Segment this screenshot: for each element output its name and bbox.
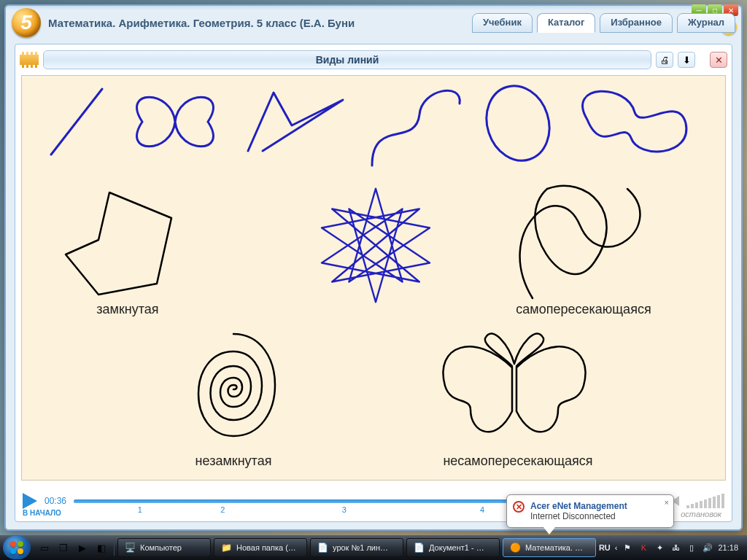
quick-launch: ▭ ❐ ▶ ◧ xyxy=(32,540,115,556)
timeline-tick: 2 xyxy=(220,505,225,514)
task-item[interactable]: 🟠Математика. … xyxy=(503,538,596,557)
nav-tabs: Учебник Каталог Избранное Журнал xyxy=(472,13,735,33)
print-button[interactable]: 🖨 xyxy=(656,52,673,68)
quick-launch-icon[interactable]: ◧ xyxy=(93,540,109,556)
app-logo-icon: 5 xyxy=(12,8,41,37)
svg-point-3 xyxy=(18,541,23,547)
system-tray: RU ‹ ⚑ K ✦ 🖧 ▯ 🔊 21:18 xyxy=(599,542,744,553)
clock[interactable]: 21:18 xyxy=(718,543,738,552)
app-icon: 🟠 xyxy=(509,542,521,553)
show-desktop-icon[interactable]: ▭ xyxy=(36,540,53,556)
task-item[interactable]: 📁Новая папка (… xyxy=(214,538,307,557)
lesson-title: Виды линий xyxy=(43,50,651,69)
tab-journal[interactable]: Журнал xyxy=(677,13,735,33)
computer-icon: 🖥️ xyxy=(124,542,136,553)
download-button[interactable]: ⬇ xyxy=(678,52,695,68)
open-label: незамкнутая xyxy=(179,454,288,469)
switch-windows-icon[interactable]: ❐ xyxy=(55,540,71,556)
network-icon[interactable]: 🖧 xyxy=(670,542,681,553)
tray-icon[interactable]: ✦ xyxy=(654,542,665,553)
network-notification: ✕ × Acer eNet Management Internet Discon… xyxy=(506,494,674,528)
task-item[interactable]: 🖥️Компьютер xyxy=(117,538,211,557)
titlebar: 5 Математика. Арифметика. Геометрия. 5 к… xyxy=(6,6,741,39)
closed-polygon-shape xyxy=(58,185,190,302)
media-player-icon[interactable]: ▶ xyxy=(74,540,90,556)
lesson-canvas: замкнутая самопересекающаяся незамкнутая… xyxy=(21,75,726,481)
timeline-tick: 1 xyxy=(138,505,142,514)
tray-chevron-icon[interactable]: ‹ xyxy=(615,543,618,552)
volume-slider[interactable] xyxy=(686,494,724,508)
word-doc-icon: 📄 xyxy=(413,542,425,553)
lesson-toolbar: Виды линий 🖨 ⬇ ✕ xyxy=(20,49,727,71)
svg-marker-1 xyxy=(322,189,430,303)
bean-shape xyxy=(569,87,693,160)
app-title: Математика. Арифметика. Геометрия. 5 кла… xyxy=(48,17,355,29)
app-window: ─ □ ✕ ? 5 Математика. Арифметика. Геомет… xyxy=(4,4,743,531)
content-frame: Виды линий 🖨 ⬇ ✕ замкнутая самопересе xyxy=(15,44,732,522)
self-intersecting-label: самопересекающаяся xyxy=(489,302,678,317)
s-curve-shape xyxy=(365,82,467,169)
stops-hint: остановок xyxy=(681,510,721,518)
notification-title: Acer eNet Management xyxy=(530,501,657,511)
line-segment-shape xyxy=(36,82,117,162)
task-item[interactable]: 📄урок №1 лин… xyxy=(310,538,403,557)
spiral-shape xyxy=(171,327,295,451)
lesson-close-button[interactable]: ✕ xyxy=(710,52,727,68)
figure-eight-shape xyxy=(120,82,230,162)
notification-close-button[interactable]: × xyxy=(665,498,669,507)
film-icon[interactable] xyxy=(20,52,39,68)
timeline-tick: 4 xyxy=(480,505,484,514)
battery-icon[interactable]: ▯ xyxy=(686,542,697,553)
start-button[interactable] xyxy=(3,536,31,559)
taskbar: ▭ ❐ ▶ ◧ 🖥️Компьютер 📁Новая папка (… 📄уро… xyxy=(0,535,747,560)
folder-icon: 📁 xyxy=(220,542,232,553)
svg-point-4 xyxy=(10,548,16,554)
non-self-intersecting-label: несамопересекающаяся xyxy=(416,454,620,469)
error-icon: ✕ xyxy=(513,501,525,513)
svg-point-5 xyxy=(18,548,23,554)
notification-body: Internet Disconnected xyxy=(530,511,657,521)
svg-point-2 xyxy=(10,541,16,547)
antivirus-icon[interactable]: K xyxy=(638,542,649,553)
tab-catalog[interactable]: Каталог xyxy=(537,13,595,33)
tab-favorites[interactable]: Избранное xyxy=(600,13,673,33)
task-item[interactable]: 📄Документ1 - … xyxy=(406,538,500,557)
closed-label: замкнутая xyxy=(80,302,175,317)
sound-icon[interactable]: 🔊 xyxy=(702,542,713,553)
butterfly-shape xyxy=(430,324,598,451)
play-button[interactable] xyxy=(23,493,37,509)
to-start-button[interactable]: В НАЧАЛО xyxy=(23,509,61,517)
tray-icon[interactable]: ⚑ xyxy=(622,542,633,553)
word-doc-icon: 📄 xyxy=(317,542,328,553)
svg-point-0 xyxy=(477,78,559,169)
language-indicator[interactable]: RU xyxy=(599,543,611,552)
tab-textbook[interactable]: Учебник xyxy=(472,13,533,33)
timeline-tick: 3 xyxy=(342,505,347,514)
elapsed-time: 00:36 xyxy=(44,496,66,506)
star-shape xyxy=(310,182,441,309)
ellipse-shape xyxy=(474,82,562,166)
self-intersecting-curve-shape xyxy=(507,182,653,306)
self-crossing-polyline-shape xyxy=(241,82,350,162)
